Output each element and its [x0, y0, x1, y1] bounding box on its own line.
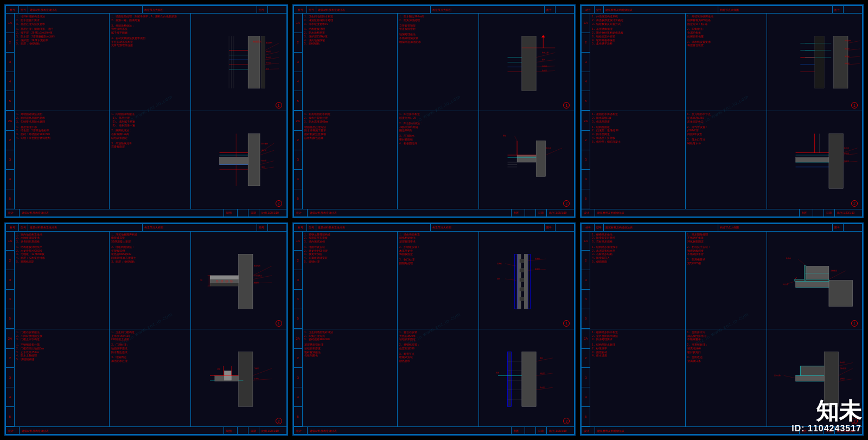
svg-text:找平层: 找平层 — [541, 65, 547, 67]
svg-line-77 — [848, 56, 860, 58]
main-grid: znz.io www.znz.io.com 材号 型号 建筑材料及构造做法表 构… — [0, 0, 868, 440]
svg-line-46 — [536, 60, 555, 62]
svg-rect-145 — [522, 352, 536, 406]
svg-text:门槛石: 门槛石 — [254, 367, 259, 369]
svg-line-187 — [783, 375, 794, 378]
content-1: 1. 地坪砖铺贴构造做法 2. 防水层施工要求 3. 基层处理方法及要求 1. … — [15, 14, 286, 209]
svg-rect-144 — [528, 254, 530, 309]
svg-text:竖龙骨: 竖龙骨 — [535, 258, 540, 260]
section-num-4a: 1 — [276, 320, 282, 327]
content-upper-4: 1. 室内地面构造做法 2. 木地板铺设要求 3. 龙骨间距及规格 1. 结构楼… — [15, 232, 286, 329]
bottom-bar-4: 设计 建筑材料及构造做法表 制图 日期 比例 1:20/1:10 — [6, 426, 286, 434]
svg-rect-53 — [517, 155, 536, 162]
svg-line-138 — [505, 278, 516, 280]
svg-text:面砖: 面砖 — [542, 59, 545, 61]
svg-line-153 — [536, 358, 553, 361]
content-upper-6: 1. 楼梯踏步做法 2. 防滑条安装要求 3. 石材踏步规格 1. 结构踏步清理… — [590, 232, 862, 329]
svg-text:豆石混凝土: 豆石混凝土 — [254, 274, 262, 276]
svg-rect-98 — [210, 275, 239, 279]
section-num-5a: 1 — [563, 320, 570, 327]
content-6: 1. 楼梯踏步做法 2. 防滑条安装要求 3. 石材踏步规格 1. 结构踏步清理… — [590, 232, 862, 427]
content-lower-3: 1. 屋面防水保温构造 2. 防水等级I级 3. 保温层厚度 1. 结构屋面板 … — [590, 111, 862, 208]
left-bar-3: 1A 2 3 4 5 2A 2 3 4 5 — [582, 14, 590, 209]
svg-text:粘结层: 粘结层 — [540, 372, 545, 374]
title-bar-3: 材号 型号 建筑材料及构造做法表 构造节点大样图 图号 — [582, 6, 862, 14]
svg-rect-146 — [508, 352, 512, 406]
svg-text:翻边: 翻边 — [503, 135, 506, 137]
svg-text:面层材料: 面层材料 — [266, 42, 273, 44]
svg-text:粘结层: 粘结层 — [845, 62, 850, 65]
content-lower-4: 1. 门槛石安装做法 2. 不同材质地面交接 3. 门槛止水坎构造 1. 不锈钢… — [15, 329, 286, 426]
content-upper-2: 1. 卫生间地面防水构造 2. 淋浴区特殊防水处理 3. 排水坡度要求1% 1.… — [303, 14, 575, 111]
brand-id: ID: 1104243517 — [792, 424, 861, 433]
svg-line-167 — [798, 259, 805, 265]
svg-rect-131 — [520, 268, 525, 272]
svg-rect-66 — [814, 36, 824, 88]
title-bar-1: 材号 型号 建筑材料及构造做法表 构造节点大样图 图号 — [6, 6, 286, 14]
svg-text:结合层: 结合层 — [783, 283, 788, 285]
title-bar-4: 材号 型号 建筑材料及构造做法表 构造节点大样图 图号 — [6, 224, 286, 232]
left-bar-2: 1A 2 3 4 5 2A 2 3 4 5 — [294, 14, 303, 209]
svg-rect-84 — [795, 157, 828, 162]
section-num-4b: 2 — [276, 418, 282, 424]
svg-text:防水层: 防水层 — [266, 56, 271, 59]
title-bar-6: 材号 型号 建筑材料及构造做法表 构造节点大样图 图号 — [582, 224, 862, 232]
content-lower-5: 1. 卫生间墙面瓷砖做法 2. 阳角处理方式 3. 瓷砖规格300×600 基层… — [303, 329, 575, 426]
svg-text:防滑条: 防滑条 — [786, 257, 791, 259]
svg-text:面层地砖: 面层地砖 — [254, 265, 260, 267]
svg-rect-100 — [210, 283, 239, 285]
bottom-bar-1: 设计 建筑材料及构造做法表 制图 日期 比例 1:20/1:10 — [6, 209, 286, 216]
svg-line-59 — [515, 136, 517, 141]
cad-sheet-5: znz.io www.znz.io.com 材号 型号 建筑材料及构造做法表 构… — [292, 222, 576, 436]
content-lower-2: 1. 厨房墙面防水构造 2. 操作台背面处理 3. 防水高度1800mm 墙面基… — [303, 111, 575, 208]
svg-text:构造层次: 构造层次 — [252, 40, 261, 43]
svg-text:150: 150 — [218, 368, 221, 370]
left-bar-6: 1A 2 3 4 5 2A 2 3 4 5 — [582, 232, 590, 427]
content-2: 1. 卫生间地面防水构造 2. 淋浴区特殊防水处理 3. 排水坡度要求1% 1.… — [303, 14, 575, 209]
brand-overlay: 知未 ID: 1104243517 — [792, 400, 861, 433]
svg-rect-176 — [800, 366, 824, 375]
svg-text:发热管: 发热管 — [254, 281, 259, 283]
svg-rect-175 — [795, 375, 824, 381]
svg-text:保护层: 保护层 — [261, 149, 266, 151]
svg-text:防水卷材: 防水卷材 — [261, 143, 268, 145]
svg-rect-0 — [248, 36, 260, 88]
svg-text:防水层: 防水层 — [542, 69, 547, 72]
bottom-bar-3: 设计 建筑材料及构造做法表 制图 日期 比例 1:20/1:10 — [582, 209, 862, 216]
cad-sheet-3: znz.io www.znz.io.com 材号 型号 建筑材料及构造做法表 构… — [580, 4, 864, 218]
content-3: 1. 外墙保温构造系统 2. 保温板厚度按计算确定 3. 锚栓数量及布置方式 1… — [590, 14, 862, 209]
svg-rect-164 — [804, 265, 806, 280]
content-upper-1: 1. 地坪砖铺贴构造做法 2. 防水层施工要求 3. 基层处理方法及要求 1. … — [15, 14, 286, 111]
svg-rect-129 — [524, 254, 528, 309]
svg-marker-40 — [541, 35, 545, 37]
content-upper-3: 1. 外墙保温构造系统 2. 保温板厚度按计算确定 3. 锚栓数量及布置方式 1… — [590, 14, 862, 111]
svg-text:基层: 基层 — [266, 68, 270, 70]
svg-rect-65 — [833, 36, 847, 88]
svg-rect-115 — [239, 352, 253, 406]
svg-rect-143 — [515, 254, 517, 309]
cad-sheet-2: znz.io www.znz.io.com 材号 型号 建筑材料及构造做法表 构… — [292, 4, 576, 218]
section-num-3b: 2 — [851, 200, 858, 207]
title-bar-5: 材号 型号 建筑材料及构造做法表 构造节点大样图 图号 — [294, 224, 575, 232]
svg-text:石材面层: 石材面层 — [840, 367, 846, 369]
svg-text:找平层: 找平层 — [266, 62, 271, 64]
content-5: 1. 轻钢龙骨隔墙构造 2. 双面双层石膏板 3. 墙内填充岩棉 1. 地面导轨… — [303, 232, 575, 427]
content-4: 1. 室内地面构造做法 2. 木地板铺设要求 3. 龙骨间距及规格 1. 结构楼… — [15, 232, 286, 427]
svg-text:面砖: 面砖 — [540, 356, 543, 359]
svg-text:结合层: 结合层 — [261, 160, 266, 162]
svg-text:岩棉: 岩棉 — [497, 277, 500, 279]
svg-text:室外台阶: 室外台阶 — [774, 374, 781, 377]
svg-text:防水层: 防水层 — [547, 147, 552, 149]
svg-rect-37 — [522, 36, 536, 91]
cad-sheet-4: znz.io www.znz.io.com 材号 型号 建筑材料及构造做法表 构… — [4, 222, 288, 436]
content-lower-1: 1. 外墙面砖做法说明 2. 面砖规格及颜色要求 3. 勾缝要求及防水处理 1.… — [15, 111, 286, 208]
svg-rect-134 — [520, 297, 525, 301]
svg-line-76 — [848, 49, 860, 50]
svg-line-123 — [253, 368, 272, 375]
svg-line-181 — [838, 368, 852, 375]
svg-text:石材面层: 石材面层 — [831, 269, 837, 271]
section-num-2b: 2 — [563, 200, 570, 207]
svg-rect-163 — [795, 279, 829, 281]
svg-rect-130 — [520, 259, 525, 263]
svg-rect-132 — [520, 278, 525, 282]
